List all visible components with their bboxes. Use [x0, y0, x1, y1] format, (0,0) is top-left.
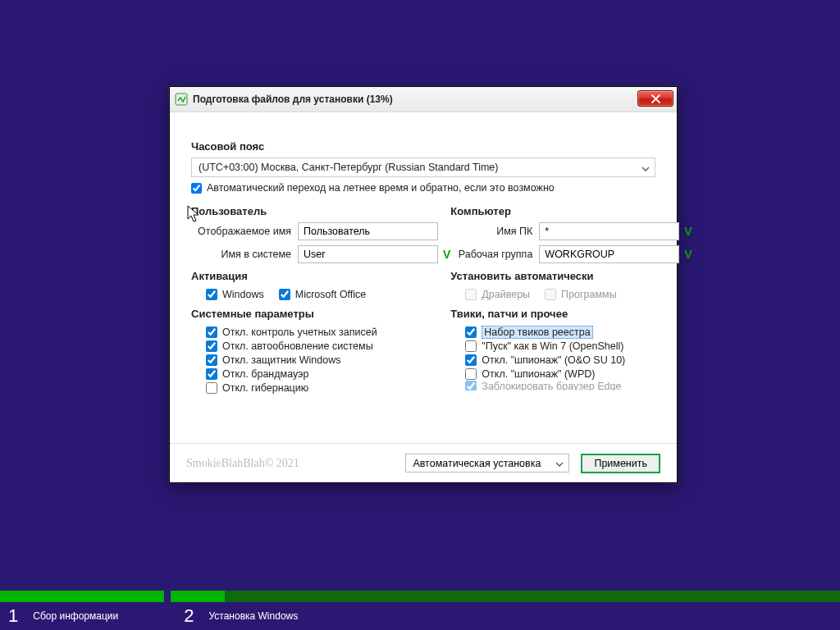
tweak-label: Откл. "шпионаж" (WPD) — [482, 368, 595, 380]
tweak-checkbox[interactable] — [465, 354, 477, 366]
timezone-heading: Часовой пояс — [191, 140, 655, 153]
credit-text: SmokieBlahBlah© 2021 — [186, 457, 299, 470]
user-heading: Пользователь — [191, 205, 450, 217]
computer-heading: Компьютер — [450, 205, 692, 217]
progress-step1-done — [0, 591, 164, 602]
tweaks-list: Набор твиков реестра "Пуск" как в Win 7 … — [450, 325, 692, 390]
step-number: 2 — [176, 605, 200, 627]
autoinstall-programs-checkbox — [545, 289, 556, 300]
sysparams-heading: Системные параметры — [191, 308, 450, 320]
display-name-input[interactable] — [298, 222, 438, 240]
close-button[interactable] — [637, 90, 673, 107]
sysparam-label: Откл. защитник Windows — [222, 354, 341, 366]
activation-heading: Активация — [191, 270, 450, 282]
window-title: Подготовка файлов для установки (13%) — [193, 94, 393, 105]
autoinstall-programs-label: Программы — [561, 289, 617, 300]
sysparam-checkbox[interactable] — [206, 368, 217, 380]
valid-icon: V — [443, 248, 450, 261]
tweaks-heading: Твики, патчи и прочее — [450, 308, 692, 320]
pc-name-input[interactable] — [539, 222, 679, 240]
step-1: 1 Сбор информации — [0, 605, 118, 627]
timezone-selected: (UTC+03:00) Москва, Санкт-Петербург (Rus… — [199, 162, 498, 173]
autoinstall-drivers-label: Драйверы — [482, 289, 530, 300]
dst-label: Автоматический переход на летнее время и… — [207, 182, 555, 194]
install-mode-selected: Автоматическая установка — [413, 458, 541, 469]
system-name-label: Имя в системе — [191, 249, 298, 260]
chevron-down-icon — [555, 459, 564, 468]
tweak-label: Заблокировать браузер Edge — [482, 381, 621, 390]
install-mode-select[interactable]: Автоматическая установка — [405, 454, 569, 472]
sysparam-label: Откл. гибернацию — [222, 382, 308, 394]
step-number: 1 — [0, 605, 25, 627]
autoinstall-drivers-checkbox — [465, 289, 477, 300]
sysparam-checkbox[interactable] — [206, 382, 217, 394]
sysparams-list: Откл. контроль учетных записей Откл. авт… — [191, 325, 450, 395]
tweak-checkbox[interactable] — [465, 368, 477, 380]
display-name-label: Отображаемое имя — [191, 226, 298, 237]
progress-step2-partial — [171, 591, 269, 602]
step-label: Сбор информации — [33, 610, 118, 622]
step-2: 2 Установка Windows — [176, 605, 298, 627]
autoinstall-heading: Установить автоматически — [450, 270, 692, 282]
system-name-input[interactable] — [298, 245, 438, 263]
activate-office-label: Microsoft Office — [295, 289, 367, 300]
tweak-label: Набор твиков реестра — [482, 326, 592, 338]
sysparam-label: Откл. брандмауэр — [222, 368, 308, 380]
tweak-checkbox[interactable] — [465, 340, 477, 352]
sysparam-label: Откл. контроль учетных записей — [222, 326, 377, 338]
activate-windows-label: Windows — [222, 289, 264, 300]
pc-name-label: Имя ПК — [450, 226, 539, 237]
dialog-footer: SmokieBlahBlah© 2021 Автоматическая уста… — [170, 443, 677, 482]
activate-windows-checkbox[interactable] — [206, 289, 217, 300]
step-label: Установка Windows — [208, 610, 298, 622]
tweak-label: Откл. "шпионаж" (O&O SU 10) — [482, 354, 625, 366]
app-icon — [175, 93, 188, 106]
sysparam-checkbox[interactable] — [206, 354, 217, 366]
sysparam-checkbox[interactable] — [206, 326, 217, 338]
installer-dialog: Подготовка файлов для установки (13%) Ча… — [169, 86, 678, 483]
timezone-select[interactable]: (UTC+03:00) Москва, Санкт-Петербург (Rus… — [191, 158, 655, 177]
valid-icon: V — [684, 248, 692, 261]
activate-office-checkbox[interactable] — [279, 289, 290, 300]
tweak-label: "Пуск" как в Win 7 (OpenShell) — [482, 340, 623, 352]
sysparam-checkbox[interactable] — [206, 340, 217, 352]
sysparam-label: Откл. автообновление системы — [222, 340, 373, 352]
dst-row: Автоматический переход на летнее время и… — [191, 182, 655, 194]
workgroup-label: Рабочая группа — [450, 249, 539, 260]
apply-button[interactable]: Применить — [581, 454, 660, 473]
tweak-checkbox[interactable] — [465, 326, 477, 338]
workgroup-input[interactable] — [539, 245, 679, 263]
dst-checkbox[interactable] — [191, 183, 202, 194]
valid-icon: V — [684, 225, 692, 238]
titlebar[interactable]: Подготовка файлов для установки (13%) — [170, 87, 677, 112]
dialog-content: Часовой пояс (UTC+03:00) Москва, Санкт-П… — [170, 112, 677, 443]
install-steps: 1 Сбор информации 2 Установка Windows — [0, 602, 840, 630]
install-progress-bar — [0, 591, 840, 602]
tweak-checkbox[interactable] — [465, 381, 477, 390]
chevron-down-icon — [641, 164, 650, 172]
